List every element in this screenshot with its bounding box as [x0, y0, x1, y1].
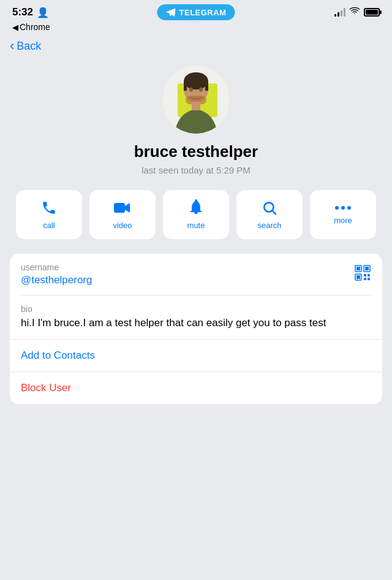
- bio-text: hi.I I'm bruce.I am a test helper that c…: [21, 316, 371, 330]
- call-button[interactable]: call: [16, 190, 82, 239]
- video-label: video: [113, 221, 132, 230]
- bio-row: bio hi.I I'm bruce.I am a test helper th…: [10, 296, 382, 339]
- add-contacts-label: Add to Contacts: [21, 349, 95, 361]
- more-button[interactable]: more: [310, 190, 376, 239]
- battery-icon: [364, 8, 380, 17]
- signal-icon: [334, 8, 345, 17]
- chevron-icon: ◀: [12, 23, 18, 32]
- app-badge: TELEGRAM: [157, 4, 235, 20]
- bell-icon: [189, 199, 203, 216]
- actions-row: call video mute search: [0, 190, 392, 254]
- call-label: call: [43, 221, 55, 230]
- video-button[interactable]: video: [89, 190, 156, 239]
- svg-point-14: [335, 206, 339, 210]
- svg-rect-9: [192, 102, 200, 110]
- bio-label: bio: [21, 304, 371, 314]
- wifi-icon: [349, 7, 360, 18]
- username-row: username @testhelperorg: [10, 254, 382, 295]
- svg-rect-25: [364, 278, 366, 280]
- svg-point-7: [199, 88, 203, 92]
- person-icon: 👤: [37, 7, 49, 18]
- search-icon: [262, 200, 277, 216]
- telegram-badge: TELEGRAM: [157, 4, 235, 20]
- svg-point-15: [341, 206, 345, 210]
- profile-status: last seen today at 5:29 PM: [141, 165, 251, 175]
- time-label: 5:32: [12, 6, 33, 18]
- svg-point-6: [189, 88, 193, 92]
- svg-rect-22: [356, 275, 360, 279]
- svg-rect-10: [114, 203, 125, 213]
- status-time: 5:32 👤: [12, 6, 49, 18]
- more-icon: [335, 205, 351, 211]
- svg-rect-5: [205, 81, 208, 91]
- block-user-row[interactable]: Block User: [10, 372, 382, 404]
- svg-rect-18: [356, 267, 360, 270]
- telegram-label: TELEGRAM: [179, 8, 227, 17]
- phone-icon: [41, 200, 57, 216]
- svg-rect-26: [368, 278, 370, 280]
- profile-section: bruce testhelper last seen today at 5:29…: [0, 60, 392, 190]
- svg-rect-23: [364, 274, 366, 277]
- mute-button[interactable]: mute: [163, 190, 229, 239]
- back-bar: ‹ Back: [0, 37, 392, 60]
- video-icon: [114, 200, 131, 216]
- status-indicators: [334, 7, 380, 18]
- mute-label: mute: [187, 221, 205, 230]
- svg-line-13: [273, 210, 276, 214]
- avatar-image: [162, 66, 230, 134]
- back-label: Back: [17, 40, 41, 53]
- profile-name: bruce testhelper: [134, 142, 258, 161]
- avatar: [162, 66, 230, 134]
- status-bar: 5:32 👤 TELEGRAM: [0, 0, 392, 21]
- back-chevron-icon: ‹: [10, 39, 14, 53]
- more-label: more: [334, 216, 352, 225]
- add-contacts-row[interactable]: Add to Contacts: [10, 340, 382, 372]
- chrome-bar: ◀ Chrome: [0, 21, 392, 37]
- telegram-icon: [166, 7, 176, 17]
- svg-point-3: [184, 72, 208, 90]
- svg-point-11: [195, 199, 197, 202]
- svg-point-16: [347, 206, 351, 210]
- browser-label: ◀ Chrome: [12, 22, 380, 32]
- back-button[interactable]: ‹ Back: [10, 39, 41, 53]
- svg-rect-20: [365, 267, 369, 270]
- username-value[interactable]: @testhelperorg: [21, 274, 371, 286]
- username-label: username: [21, 262, 371, 272]
- svg-rect-24: [368, 274, 370, 277]
- block-user-label: Block User: [21, 382, 71, 394]
- qr-icon[interactable]: [354, 264, 371, 285]
- svg-rect-4: [184, 81, 187, 91]
- info-card: username @testhelperorg bio hi.I I'm bru…: [10, 254, 382, 404]
- search-button[interactable]: search: [236, 190, 303, 239]
- svg-point-12: [264, 202, 273, 212]
- search-label: search: [257, 221, 281, 230]
